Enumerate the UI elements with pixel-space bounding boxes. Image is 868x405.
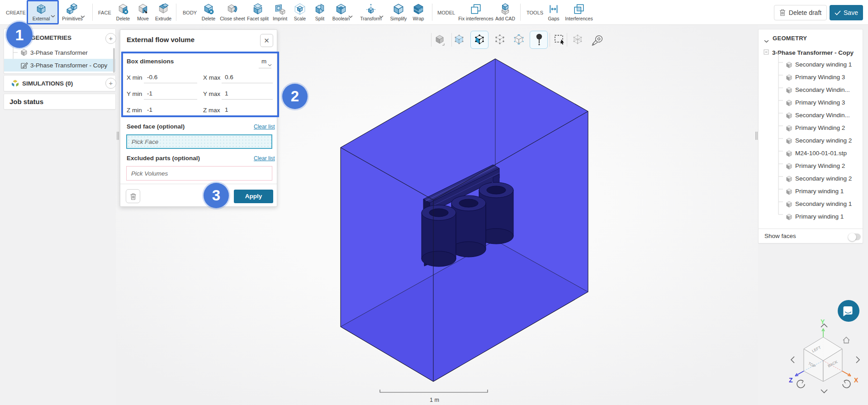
svg-text:Z: Z bbox=[789, 376, 793, 384]
svg-text:X: X bbox=[854, 376, 859, 384]
svg-text:1 m: 1 m bbox=[430, 397, 439, 403]
